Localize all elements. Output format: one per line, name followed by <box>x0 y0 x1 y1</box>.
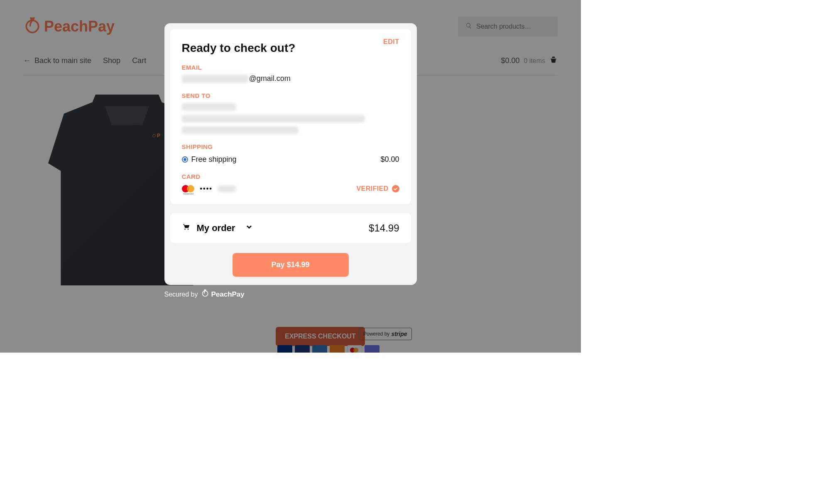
secured-by-footer: Secured by PeachPay <box>164 289 245 299</box>
shipping-price: $0.00 <box>380 155 399 164</box>
chevron-down-icon <box>245 223 253 234</box>
edit-button[interactable]: EDIT <box>383 38 399 46</box>
secured-by-label: Secured by <box>164 291 198 298</box>
checkmark-icon <box>392 185 399 192</box>
checkout-modal: EDIT Ready to check out? EMAIL @gmail.co… <box>164 23 417 285</box>
order-summary-toggle[interactable]: My order $14.99 <box>170 213 411 243</box>
email-label: EMAIL <box>182 64 399 71</box>
address-redacted-line2 <box>182 115 365 122</box>
order-total: $14.99 <box>369 222 399 234</box>
shipping-label: SHIPPING <box>182 143 399 150</box>
address-redacted-line1 <box>182 103 236 111</box>
peach-icon <box>201 289 209 299</box>
mastercard-icon: mastercard <box>182 184 195 193</box>
sendto-label: SEND TO <box>182 92 399 99</box>
verified-badge: VERIFIED <box>357 185 399 192</box>
shipping-option-label: Free shipping <box>191 155 237 164</box>
order-label: My order <box>197 223 235 234</box>
address-redacted-line3 <box>182 127 298 134</box>
modal-title: Ready to check out? <box>182 41 399 55</box>
radio-checked-icon[interactable] <box>182 156 188 163</box>
secured-brand: PeachPay <box>211 290 244 299</box>
card-label: CARD <box>182 173 399 180</box>
cart-icon <box>182 223 190 234</box>
email-value: @gmail.com <box>182 74 399 83</box>
card-brand-text: mastercard <box>182 192 195 195</box>
verified-label: VERIFIED <box>357 185 389 192</box>
email-redacted <box>182 75 248 83</box>
shipping-option[interactable]: Free shipping <box>182 155 237 164</box>
pay-button[interactable]: Pay $14.99 <box>233 253 349 277</box>
card-last4-redacted <box>218 185 236 192</box>
email-domain: @gmail.com <box>249 74 291 83</box>
card-masked-dots: •••• <box>200 185 213 192</box>
